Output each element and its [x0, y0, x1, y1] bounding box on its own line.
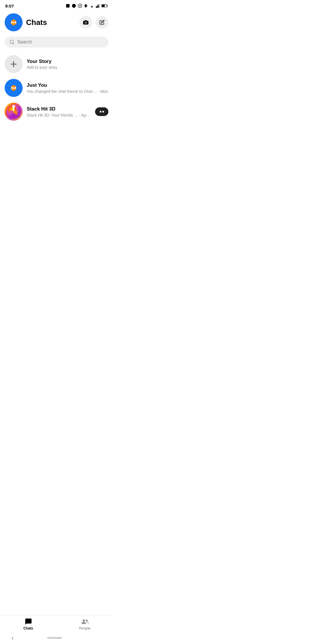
page-title: Chats	[26, 18, 76, 27]
badge-dot-2	[102, 111, 104, 113]
chat-list: Your Story Add to your story Just You Yo…	[0, 52, 113, 124]
svg-rect-0	[66, 4, 70, 8]
svg-point-1	[72, 4, 76, 8]
svg-rect-9	[99, 4, 100, 8]
stack-hit-avatar	[5, 103, 23, 121]
chat-item-stack-hit[interactable]: Stack Hit 3D Stack Hit 3D: Your friends …	[0, 100, 113, 124]
camera-button[interactable]	[79, 16, 92, 29]
battery-icon	[101, 4, 108, 8]
story-info: Your Story Add to your story	[27, 59, 108, 70]
svg-rect-4	[85, 4, 87, 8]
chat-preview-stack-hit: Stack Hit 3D: Your friends … · Apr 28	[27, 113, 91, 117]
chat-info-stack-hit: Stack Hit 3D Stack Hit 3D: Your friends …	[27, 106, 91, 117]
svg-line-18	[13, 43, 14, 44]
chat-info-just-you: Just You You changed the chat theme to O…	[27, 82, 108, 94]
svg-rect-7	[97, 6, 98, 8]
search-input[interactable]	[17, 39, 104, 45]
signal-icon	[96, 4, 100, 8]
edit-icon	[99, 20, 105, 25]
chat-name-stack-hit: Stack Hit 3D	[27, 106, 91, 112]
story-name: Your Story	[27, 59, 108, 64]
at-icon	[78, 3, 82, 8]
svg-point-28	[11, 113, 16, 117]
chat-name-just-you: Just You	[27, 82, 108, 88]
wifi-icon	[89, 4, 94, 8]
chat-item-just-you[interactable]: Just You You changed the chat theme to O…	[0, 76, 113, 100]
story-subtitle: Add to your story	[27, 65, 108, 70]
search-icon	[9, 39, 14, 45]
svg-rect-12	[102, 5, 105, 7]
svg-rect-8	[98, 5, 99, 8]
malavida-logo-icon	[8, 17, 19, 28]
status-icons	[65, 3, 108, 8]
header: Chats	[0, 10, 113, 34]
search-bar[interactable]	[5, 37, 108, 48]
app-avatar[interactable]	[5, 13, 23, 31]
svg-rect-6	[96, 6, 97, 8]
notification-icon	[65, 3, 70, 8]
chat-preview-just-you: You changed the chat theme to Oran… · Mo…	[27, 89, 108, 94]
status-bar: 9:07	[0, 0, 113, 10]
your-story-item[interactable]: Your Story Add to your story	[0, 52, 113, 76]
badge-dot-1	[100, 111, 101, 113]
just-you-avatar	[5, 79, 23, 97]
stack-hit-avatar-icon	[6, 104, 21, 119]
svg-point-25	[12, 105, 15, 108]
add-story-icon	[9, 60, 18, 68]
svg-rect-11	[107, 5, 108, 7]
status-time: 9:07	[5, 3, 14, 8]
camera-icon	[83, 19, 89, 25]
messenger-icon	[72, 3, 76, 8]
just-you-avatar-icon	[9, 83, 19, 93]
story-avatar	[5, 55, 23, 73]
edit-button[interactable]	[96, 16, 108, 29]
game-badge	[95, 107, 108, 116]
svg-point-5	[92, 7, 92, 8]
search-container	[0, 34, 113, 52]
svg-point-16	[85, 22, 86, 23]
vibrate-icon	[84, 3, 88, 8]
